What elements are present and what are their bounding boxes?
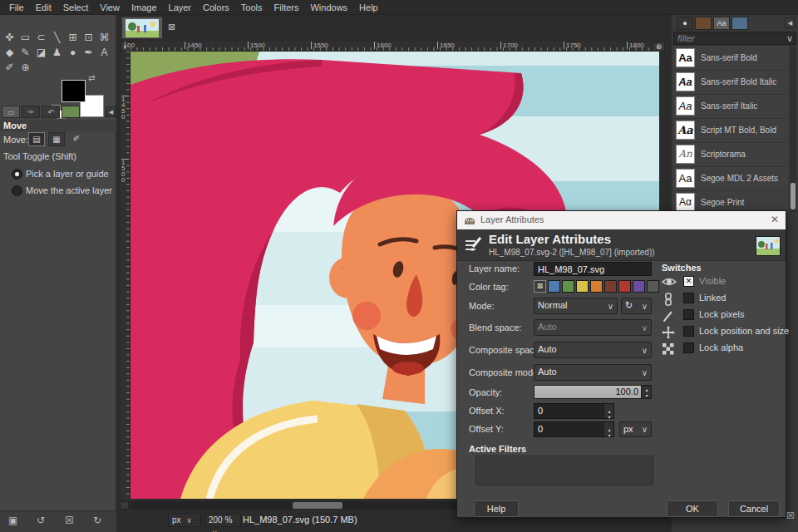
handle-transform-tool-icon[interactable]: ⌘	[96, 30, 112, 45]
eraser-tool-icon[interactable]: ◪	[33, 45, 49, 60]
toolbox-dock-menu-icon[interactable]: ◀	[106, 106, 116, 117]
menu-colors[interactable]: Colors	[197, 2, 235, 12]
horizontal-ruler[interactable]: 00 1450 1500 1550 1600 1650 1700 1750 18…	[131, 42, 665, 52]
paths-tool-icon[interactable]: ╲	[49, 30, 65, 45]
visible-checkbox[interactable]: ✕	[683, 276, 694, 287]
offset-x-spinner[interactable]: ▴ ▾	[603, 404, 613, 418]
font-list-item[interactable]: Aa Sans-serif Bold Italic	[673, 71, 788, 95]
dock-delete-icon[interactable]: ☒	[786, 510, 795, 521]
layer-name-input[interactable]: HL_M98_07.svg	[534, 262, 652, 276]
opacity-slider[interactable]: 100.0 ▴ ▾	[534, 385, 652, 399]
menu-select[interactable]: Select	[57, 2, 95, 12]
menu-windows[interactable]: Windows	[304, 2, 353, 12]
smudge-tool-icon[interactable]: ●	[65, 45, 81, 60]
menu-filters[interactable]: Filters	[268, 2, 305, 12]
blend-space-select[interactable]: Auto ∨	[534, 319, 652, 336]
paintbrush-tool-icon[interactable]: ✎	[17, 45, 33, 60]
menu-help[interactable]: Help	[353, 2, 384, 12]
menu-tools[interactable]: Tools	[235, 2, 268, 12]
reset-tool-options-icon[interactable]: ↻	[93, 515, 101, 526]
active-filters-list[interactable]	[475, 456, 653, 485]
mode-select[interactable]: Normal ∨	[534, 298, 618, 314]
free-select-tool-icon[interactable]: ⊂	[33, 30, 49, 45]
fonts-tab[interactable]: Aa	[713, 17, 730, 30]
color-tag-blue[interactable]	[548, 280, 560, 293]
image-tab[interactable]	[121, 17, 163, 39]
font-list-item[interactable]: Aa Sans-serif Italic	[673, 95, 788, 119]
color-picker-tool-icon[interactable]: ✐	[2, 60, 17, 75]
font-list-item[interactable]: An Scriptorama	[673, 143, 788, 167]
undo-history-tab[interactable]: ↶	[42, 106, 60, 118]
font-list-item[interactable]: Aa Sans-serif Bold	[673, 47, 788, 71]
rectangle-select-tool-icon[interactable]: ▭	[17, 30, 33, 45]
zoom-follow-window-icon[interactable]: ⊕	[653, 42, 665, 52]
font-list-item[interactable]: Aa Script MT Bold, Bold	[673, 119, 788, 143]
save-tool-preset-icon[interactable]: ▣	[8, 515, 17, 526]
cancel-button[interactable]: Cancel	[728, 500, 780, 517]
mode-group-reset-button[interactable]: ↻ ∨	[621, 298, 652, 314]
navigation-corner[interactable]	[120, 501, 129, 510]
delete-tool-preset-icon[interactable]: ☒	[65, 515, 74, 526]
radio-move-active[interactable]	[12, 185, 22, 196]
move-selection-mode-icon[interactable]: ▦	[48, 132, 65, 146]
lock-position-checkbox[interactable]	[683, 326, 694, 337]
swap-colors-icon[interactable]: ⇄	[88, 73, 95, 82]
image-tab-close-icon[interactable]: ⊠	[168, 22, 175, 32]
menu-edit[interactable]: Edit	[30, 2, 57, 12]
offset-x-input[interactable]: 0 ▴ ▾	[534, 403, 614, 419]
brushes-tab[interactable]: ●	[677, 17, 693, 30]
font-list-item[interactable]: Aα Segoe Print	[673, 191, 788, 212]
zoom-tool-icon[interactable]: ⊕	[17, 60, 33, 75]
color-tag-gray[interactable]	[647, 280, 659, 293]
opacity-spinner[interactable]: ▴ ▾	[641, 386, 651, 398]
font-list-item[interactable]: Aa Segoe MDL 2 Assets	[673, 167, 788, 191]
offset-unit-select[interactable]: px ∨	[619, 421, 652, 437]
spin-up-icon[interactable]: ▴	[642, 387, 652, 392]
color-tag-red[interactable]	[618, 280, 631, 293]
ink-tool-icon[interactable]: ✒	[81, 45, 96, 60]
crop-tool-icon[interactable]: ⊞	[65, 30, 81, 45]
color-tag-yellow[interactable]	[576, 280, 589, 293]
tool-options-tab[interactable]: ▭	[2, 106, 20, 118]
dock-menu-icon[interactable]: ◀	[785, 17, 796, 28]
composite-space-select[interactable]: Auto ∨	[534, 342, 652, 358]
linked-checkbox[interactable]	[683, 293, 694, 303]
device-status-tab[interactable]: ✑	[22, 106, 40, 118]
document-history-tab[interactable]	[732, 17, 748, 30]
color-tag-brown[interactable]	[604, 280, 617, 293]
offset-y-input[interactable]: 0 ▴ ▾	[534, 421, 614, 437]
bucket-fill-tool-icon[interactable]: ◆	[2, 45, 17, 60]
spin-down-icon[interactable]: ▾	[604, 430, 614, 441]
menu-layer[interactable]: Layer	[163, 2, 198, 12]
help-button[interactable]: Help	[474, 500, 519, 517]
unified-transform-tool-icon[interactable]: ⊡	[81, 30, 96, 45]
move-path-mode-icon[interactable]: ✐	[68, 132, 85, 146]
move-tool-icon[interactable]: ✜	[2, 30, 17, 45]
color-tag-purple[interactable]	[633, 280, 645, 293]
zoom-select[interactable]: 200 % ∨	[204, 513, 241, 527]
horizontal-scrollbar-thumb[interactable]	[293, 502, 342, 509]
font-list-scrollbar-thumb[interactable]	[791, 183, 796, 209]
move-layer-mode-icon[interactable]: ▤	[28, 132, 45, 146]
ok-button[interactable]: OK	[667, 500, 718, 517]
menu-image[interactable]: Image	[126, 2, 163, 12]
text-tool-icon[interactable]: A	[96, 45, 112, 60]
menu-file[interactable]: File	[3, 2, 30, 12]
lock-alpha-checkbox[interactable]	[683, 342, 694, 353]
color-tag-orange[interactable]	[590, 280, 603, 293]
dialog-close-icon[interactable]: ✕	[771, 214, 779, 225]
clone-tool-icon[interactable]: ♟	[49, 45, 65, 60]
font-filter-input[interactable]: filter ∨	[673, 32, 796, 45]
vertical-ruler[interactable]: 1450 1500	[121, 52, 131, 499]
radio-pick-layer[interactable]	[12, 169, 22, 180]
composite-mode-select[interactable]: Auto ∨	[534, 364, 652, 381]
offset-y-spinner[interactable]: ▴ ▾	[603, 422, 613, 436]
images-tab[interactable]	[62, 106, 80, 118]
patterns-tab[interactable]	[695, 17, 712, 30]
font-list-scrollbar[interactable]	[790, 47, 796, 212]
spin-down-icon[interactable]: ▾	[642, 392, 652, 398]
foreground-color-swatch[interactable]	[62, 80, 86, 102]
unit-select[interactable]: px ∨	[168, 513, 201, 527]
lock-pixels-checkbox[interactable]	[683, 309, 694, 320]
dialog-titlebar[interactable]: Layer Attributes ✕	[457, 211, 786, 229]
